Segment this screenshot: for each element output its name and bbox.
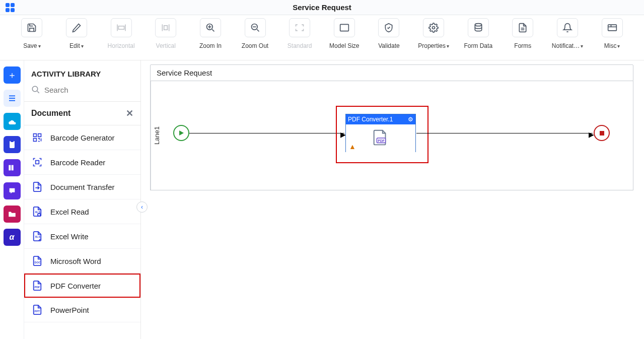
- edit-button[interactable]: Edit▾: [60, 18, 94, 49]
- model-size-label: Model Size: [329, 42, 359, 49]
- misc-label: Misc: [604, 42, 617, 49]
- svg-text:PDF: PDF: [378, 139, 384, 143]
- svg-rect-11: [608, 25, 616, 31]
- svg-point-22: [38, 214, 40, 216]
- zoom-in-button[interactable]: Zoom In: [194, 18, 228, 49]
- activity-excel-read[interactable]: XLS Excel Read: [24, 199, 140, 224]
- item-label: Microsoft Word: [50, 257, 101, 265]
- add-button[interactable]: ＋: [4, 66, 21, 84]
- title-bar: Service Request: [0, 0, 644, 15]
- activity-node-pdf-converter[interactable]: PDF Converter.1 ⚙ ▲ PDF: [345, 114, 416, 152]
- activity-body: ▲ PDF: [346, 124, 415, 153]
- activity-barcode-reader[interactable]: Barcode Reader: [24, 150, 140, 175]
- category-header[interactable]: Document ✕: [24, 102, 140, 125]
- item-label: PDF Converter: [50, 282, 101, 290]
- clipboard-tab[interactable]: [4, 136, 21, 153]
- chat-tab[interactable]: [4, 182, 21, 199]
- warning-icon: ▲: [349, 143, 356, 151]
- end-node[interactable]: [594, 125, 610, 141]
- svg-marker-27: [179, 130, 184, 135]
- scan-icon: [31, 157, 43, 168]
- connector-line: [416, 133, 593, 133]
- sidebar-collapse-button[interactable]: ‹: [136, 201, 148, 213]
- notifications-button[interactable]: Notificat…▾: [551, 18, 585, 49]
- properties-label: Properties: [418, 42, 446, 49]
- validate-label: Validate: [378, 42, 399, 49]
- pdf-icon: PDF: [31, 280, 43, 291]
- apps-icon[interactable]: [0, 0, 20, 15]
- align-vertical-button[interactable]: Vertical: [149, 18, 183, 49]
- activity-powerpoint[interactable]: PPT PowerPoint: [24, 298, 140, 322]
- library-tab[interactable]: [4, 90, 21, 107]
- left-rail: ＋ α: [0, 60, 24, 339]
- lane-label: Lane1: [151, 81, 163, 190]
- svg-rect-18: [38, 134, 41, 137]
- ppt-icon: PPT: [31, 304, 43, 315]
- activity-titlebar[interactable]: PDF Converter.1 ⚙: [346, 114, 415, 124]
- search-input[interactable]: [44, 86, 140, 94]
- properties-button[interactable]: Properties▾: [417, 18, 451, 49]
- save-button[interactable]: Save▾: [15, 18, 49, 49]
- folder-tab[interactable]: [4, 206, 21, 223]
- standard-label: Standard: [288, 42, 312, 49]
- form-data-label: Form Data: [464, 42, 492, 49]
- process-canvas[interactable]: Service Request Lane1 ▶ PDF Converter.1 …: [150, 64, 639, 339]
- save-label: Save: [23, 42, 37, 49]
- activity-excel-write[interactable]: XLS Excel Write: [24, 224, 140, 249]
- canvas-title: Service Request: [150, 64, 633, 81]
- connector-line: [189, 133, 344, 133]
- sidebar-heading: ACTIVITY LIBRARY: [24, 60, 140, 85]
- svg-point-16: [32, 86, 38, 92]
- zoom-out-button[interactable]: Zoom Out: [238, 18, 272, 49]
- loop-tab[interactable]: α: [4, 229, 21, 246]
- activity-title: PDF Converter.1: [348, 116, 393, 123]
- vertical-label: Vertical: [156, 42, 176, 49]
- canvas-body[interactable]: Lane1 ▶ PDF Converter.1 ⚙ ▲ PDF: [150, 81, 633, 190]
- svg-rect-15: [11, 165, 13, 171]
- pdf-file-icon: PDF: [370, 128, 391, 149]
- svg-point-9: [433, 27, 435, 29]
- svg-rect-13: [11, 141, 14, 143]
- activity-document-transfer[interactable]: Document Transfer: [24, 175, 140, 199]
- activity-library-sidebar: ACTIVITY LIBRARY Document ✕ Barcode Gene…: [24, 60, 141, 339]
- gear-icon[interactable]: ⚙: [408, 116, 413, 123]
- close-icon[interactable]: ✕: [126, 108, 133, 119]
- item-label: Barcode Reader: [50, 158, 105, 167]
- toolbar: Save▾ Edit▾ Horizontal Vertical Zoom In …: [0, 15, 644, 60]
- cloud-tab[interactable]: [4, 113, 21, 130]
- chevron-down-icon: ▾: [617, 43, 620, 49]
- svg-rect-1: [11, 3, 15, 7]
- svg-rect-5: [164, 26, 168, 30]
- model-size-button[interactable]: Model Size: [327, 18, 361, 49]
- edit-label: Edit: [69, 42, 80, 49]
- svg-rect-2: [6, 8, 10, 12]
- chevron-down-icon: ▾: [581, 43, 583, 49]
- activity-barcode-generator[interactable]: Barcode Generator: [24, 125, 140, 150]
- svg-rect-19: [34, 139, 37, 142]
- columns-tab[interactable]: [4, 159, 21, 176]
- horizontal-label: Horizontal: [108, 42, 135, 49]
- validate-button[interactable]: Validate: [372, 18, 406, 49]
- form-data-button[interactable]: Form Data: [461, 18, 495, 49]
- svg-text:XLS: XLS: [35, 211, 40, 214]
- zoom-standard-button[interactable]: Standard: [283, 18, 317, 49]
- svg-text:PPT: PPT: [35, 310, 40, 313]
- activity-ms-word[interactable]: DOC Microsoft Word: [24, 249, 140, 274]
- word-icon: DOC: [31, 255, 43, 266]
- item-label: PowerPoint: [50, 306, 89, 314]
- item-label: Document Transfer: [50, 183, 115, 191]
- excel-write-icon: XLS: [31, 231, 43, 242]
- svg-rect-20: [36, 161, 39, 164]
- misc-button[interactable]: Misc▾: [595, 18, 629, 49]
- excel-read-icon: XLS: [31, 206, 43, 217]
- page-title: Service Request: [0, 3, 644, 12]
- svg-text:XLS: XLS: [35, 235, 40, 238]
- chevron-down-icon: ▾: [447, 43, 449, 49]
- align-horizontal-button[interactable]: Horizontal: [104, 18, 138, 49]
- activity-pdf-converter[interactable]: PDF PDF Converter: [24, 274, 140, 298]
- svg-rect-12: [10, 141, 15, 148]
- forms-button[interactable]: Forms: [506, 18, 540, 49]
- chevron-down-icon: ▾: [38, 43, 41, 49]
- svg-rect-17: [34, 134, 37, 137]
- start-node[interactable]: [173, 125, 189, 141]
